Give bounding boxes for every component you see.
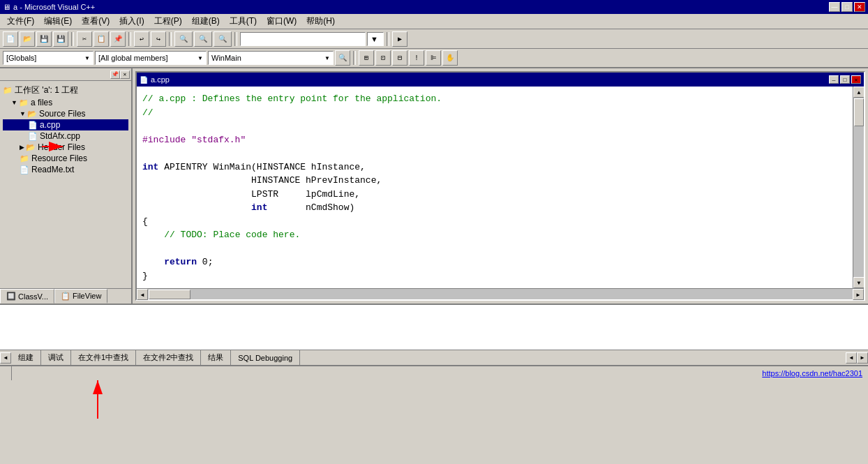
code-file-icon: 📄 [140,76,148,84]
menu-insert[interactable]: 插入(I) [115,14,148,29]
tree-acpp[interactable]: 📄 a.cpp [3,119,128,130]
output-content [0,305,868,350]
find3-btn[interactable]: 🔍 [214,31,232,47]
close-button[interactable]: ✕ [854,2,865,12]
scrollbar-thumb[interactable] [854,98,864,126]
code-line-12 [142,242,847,256]
tree-readme[interactable]: 📄 ReadMe.txt [3,164,128,175]
readme-label: ReadMe.txt [31,165,74,174]
tab-find2[interactable]: 在文件2中查找 [136,350,201,365]
tab-sql[interactable]: SQL Debugging [231,350,300,365]
h-scrollbar-thumb[interactable] [149,290,190,299]
code-editor[interactable]: // a.cpp : Defines the entry point for t… [137,87,853,288]
menu-project[interactable]: 工程(P) [150,14,186,29]
run-button[interactable]: ▶ [392,31,407,47]
tab-results[interactable]: 结果 [201,350,231,365]
function-dropdown[interactable]: WinMain ▼ [208,51,334,65]
workspace-label: 工作区 'a': 1 工程 [15,84,78,96]
cut-button[interactable]: ✂ [77,31,92,47]
horizontal-scrollbar[interactable]: ◀ ▶ [137,288,864,299]
menu-file[interactable]: 文件(F) [3,14,38,29]
code-titlebar: 📄 a.cpp — □ ✕ [137,73,864,87]
scroll-right-btn[interactable]: ▶ [853,289,864,300]
code-line-8: LPSTR lpCmdLine, [142,188,847,202]
tree-source-files[interactable]: ▼ 📂 Source Files [3,108,128,119]
left-panel: 📌 ✕ 📁 工作区 'a': 1 工程 ▼ 📁 a files ▼ 📂 Sour… [0,68,133,304]
status-ready [0,366,12,380]
copy-button[interactable]: 📋 [93,31,109,47]
scroll-down-btn[interactable]: ▼ [853,277,864,288]
code-line-9: int nCmdShow) [142,201,847,215]
tab-scroll-left[interactable]: ◀ [0,352,11,364]
fileview-label: FileView [73,292,101,300]
tab-build[interactable]: 组建 [11,350,41,365]
code-minimize-btn[interactable]: — [829,75,839,84]
menu-build[interactable]: 组建(B) [188,14,224,29]
code-maximize-btn[interactable]: □ [840,75,850,84]
nav-btn5[interactable]: ⊫ [426,50,441,66]
code-line-6: int APIENTRY WinMain(HINSTANCE hInstance… [142,160,847,174]
members-dropdown-arrow: ▼ [197,55,203,61]
expand-icon: ▼ [11,99,17,106]
search-dropdown[interactable]: ▼ [367,32,384,46]
status-bar: https://blog.csdn.net/hac2301 [0,365,868,380]
search-input[interactable] [240,32,366,46]
classview-label: ClassV... [18,292,48,301]
members-dropdown[interactable]: [All global members] ▼ [95,51,207,65]
menu-edit[interactable]: 编辑(E) [40,14,76,29]
status-url[interactable]: https://blog.csdn.net/hac2301 [756,369,868,377]
tab-find1[interactable]: 在文件1中查找 [71,350,136,365]
minimize-button[interactable]: — [829,2,840,12]
menu-bar: 文件(F) 编辑(E) 查看(V) 插入(I) 工程(P) 组建(B) 工具(T… [0,14,868,29]
find2-btn[interactable]: 🔍 [194,31,212,47]
nav-btn6[interactable]: ✋ [442,50,458,66]
nav-btn4[interactable]: ! [409,50,424,66]
code-close-btn[interactable]: ✕ [851,75,861,84]
tree-stdafx[interactable]: 📄 StdAfx.cpp [3,130,128,142]
new-button[interactable]: 📄 [3,31,18,47]
vertical-scrollbar[interactable]: ▲ ▼ [853,87,864,288]
scrollbar-track[interactable] [853,98,864,277]
tab-debug[interactable]: 调试 [41,350,71,365]
globals-dropdown[interactable]: [Globals] ▼ [3,51,93,65]
panel-tabs: 🔲 ClassV... 📋 FileView [0,288,131,304]
separator-4 [234,32,237,46]
stdafx-icon: 📄 [28,132,38,141]
nav-btn1[interactable]: ⊞ [359,50,374,66]
code-line-2: // [142,106,847,120]
open-button[interactable]: 📂 [20,31,35,47]
scroll-up-btn[interactable]: ▲ [853,87,864,98]
nav-search-btn[interactable]: 🔍 [335,50,350,66]
tab-classview[interactable]: 🔲 ClassV... [0,289,54,304]
h-scrollbar-track[interactable] [148,289,853,299]
undo-button[interactable]: ↩ [134,31,149,47]
tab-scroll-right[interactable]: ▶ [857,352,868,364]
source-files-icon: 📂 [27,110,37,119]
tree-resource-files[interactable]: 📁 Resource Files [3,153,128,164]
menu-tools[interactable]: 工具(T) [225,14,261,29]
redo-button[interactable]: ↪ [151,31,166,47]
tree-header-files[interactable]: ▶ 📂 Header Files [3,142,128,153]
menu-view[interactable]: 查看(V) [77,14,114,29]
tree-workspace[interactable]: 📁 工作区 'a': 1 工程 [3,84,128,97]
maximize-button[interactable]: □ [841,2,853,12]
nav-btn2[interactable]: ⊡ [375,50,391,66]
save-button[interactable]: 💾 [36,31,52,47]
code-line-13: return 0; [142,255,847,269]
separator-2 [128,32,131,46]
panel-close-btn[interactable]: ✕ [120,70,130,79]
tab-scroll-left2[interactable]: ◀ [846,352,857,364]
menu-window[interactable]: 窗口(W) [262,14,301,29]
tab-fileview[interactable]: 📋 FileView [54,289,107,304]
paste-button[interactable]: 📌 [110,31,126,47]
main-toolbar: 📄 📂 💾 💾 ✂ 📋 📌 ↩ ↪ 🔍 🔍 🔍 ▼ ▶ [0,29,868,49]
tree-afiles[interactable]: ▼ 📁 a files [3,97,128,108]
bottom-tabs: ◀ 组建 调试 在文件1中查找 在文件2中查找 结果 SQL Debugging… [0,350,868,365]
nav-btn3[interactable]: ⊟ [392,50,407,66]
panel-pin-btn[interactable]: 📌 [110,70,120,79]
tab-scrollbar: ◀ ▶ [846,352,868,364]
scroll-left-btn[interactable]: ◀ [137,289,148,300]
save-all-button[interactable]: 💾 [53,31,68,47]
menu-help[interactable]: 帮助(H) [302,14,339,29]
find-btn[interactable]: 🔍 [174,31,193,47]
